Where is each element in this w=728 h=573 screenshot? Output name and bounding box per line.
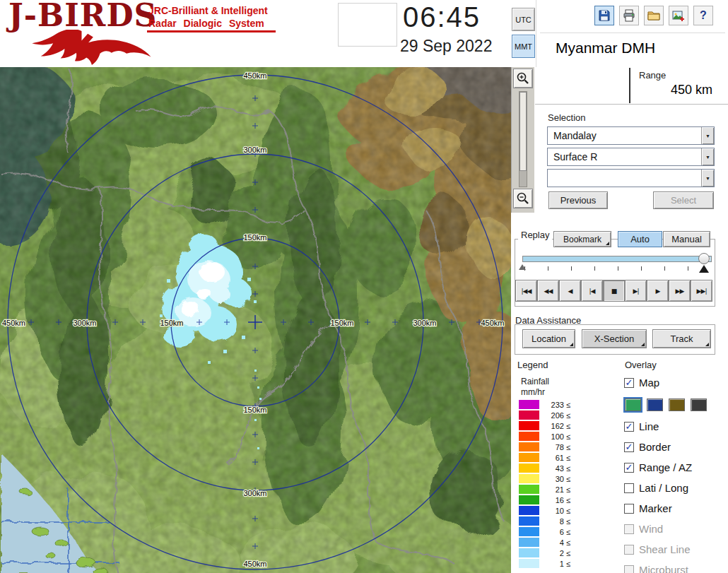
logo-title: J-BIRDS (8, 0, 157, 33)
checkbox[interactable]: ✓ (624, 442, 634, 452)
radar-map-svg: 450km 300km 150km 150km 300km 450km 450k… (0, 67, 511, 573)
legend-value: 21 ≤ (539, 485, 570, 494)
legend-row: 4 ≤ (519, 537, 570, 548)
overlay-item-wind: Wind (624, 519, 728, 539)
submenu-corner-icon (705, 343, 709, 346)
legend-color-swatch (519, 559, 539, 568)
map-style-swatch-0[interactable] (625, 398, 641, 411)
site-dropdown[interactable]: Mandalay ▼ (547, 126, 715, 145)
legend-color-swatch (519, 453, 539, 462)
map-style-swatch-2[interactable] (669, 398, 685, 411)
legend-row: 30 ≤ (519, 473, 570, 484)
legend-value: 6 ≤ (539, 528, 570, 536)
checkbox[interactable]: ✓ (624, 378, 634, 388)
extra-dropdown[interactable]: ▼ (547, 169, 715, 187)
playback-rewind-button[interactable]: ◀◀ (537, 280, 559, 302)
checkbox[interactable] (624, 504, 634, 514)
bookmark-button[interactable]: Bookmark (553, 231, 611, 247)
checkbox (624, 524, 634, 534)
overlay-item-lati-long[interactable]: Lati / Long (624, 478, 728, 498)
overlay-list: ✓Map✓Line✓Border✓Range / AZLati / LongMa… (624, 372, 728, 573)
legend-color-swatch (519, 527, 539, 536)
timeline-handle[interactable] (698, 253, 710, 264)
legend-color-swatch (519, 538, 539, 547)
legend-scale: 233 ≤206 ≤162 ≤100 ≤78 ≤61 ≤43 ≤30 ≤21 ≤… (519, 399, 570, 569)
submenu-corner-icon (641, 343, 645, 346)
replay-timeline-track[interactable] (522, 256, 712, 262)
product-dropdown[interactable]: Surface R ▼ (547, 148, 715, 166)
previous-button[interactable]: Previous (548, 191, 608, 209)
chevron-down-icon[interactable]: ▼ (701, 170, 714, 187)
submenu-corner-icon (606, 242, 609, 245)
playback-first-button[interactable]: |◀◀ (515, 280, 537, 302)
print-button[interactable] (619, 6, 639, 25)
station-title: Myanmar DMH (556, 40, 655, 57)
legend-row: 16 ≤ (519, 495, 570, 505)
checkbox[interactable] (624, 483, 634, 493)
utc-button[interactable]: UTC (512, 8, 535, 31)
zoom-slider-track[interactable] (519, 91, 527, 187)
legend-row: 10 ≤ (519, 505, 570, 516)
legend-color-swatch (519, 432, 539, 441)
mmt-button[interactable]: MMT (512, 35, 535, 58)
help-button[interactable]: ? (693, 6, 713, 25)
ring-label: 300km (243, 146, 266, 154)
zoom-out-button[interactable] (513, 189, 533, 208)
legend-value: 16 ≤ (539, 496, 570, 504)
overlay-item-line[interactable]: ✓Line (624, 416, 728, 437)
overlay-label: Overlay (625, 360, 657, 370)
replay-label: Replay (518, 230, 552, 240)
overlay-item-marker[interactable]: Marker (624, 498, 728, 519)
playback-next-frame-button[interactable]: ▶| (625, 280, 647, 302)
open-button[interactable] (644, 6, 664, 25)
playback-fast-forward-button[interactable]: ▶▶ (669, 280, 691, 302)
legend-row: 162 ≤ (519, 420, 570, 431)
playback-last-button[interactable]: ▶▶| (691, 280, 712, 302)
eagle-icon (6, 30, 158, 65)
legend-value: 162 ≤ (539, 422, 570, 430)
playback-stop-button[interactable]: ■ (603, 280, 625, 302)
playback-prev-frame-button[interactable]: |◀ (581, 280, 603, 302)
overlay-item-map[interactable]: ✓Map (624, 372, 728, 393)
chevron-down-icon[interactable]: ▼ (701, 148, 714, 165)
checkbox[interactable]: ✓ (624, 463, 634, 473)
checkbox[interactable]: ✓ (624, 422, 634, 432)
legend-value: 100 ≤ (539, 432, 570, 441)
capture-icon (671, 8, 686, 23)
legend-value: 206 ≤ (539, 411, 570, 420)
clock-date: 29 Sep 2022 (400, 37, 492, 56)
save-button[interactable] (594, 6, 614, 25)
ring-label: 150km (243, 406, 266, 414)
header-divider-vertical (536, 0, 536, 67)
map-style-swatch-1[interactable] (647, 398, 663, 411)
legend-color-swatch (519, 421, 539, 430)
radar-map[interactable]: 450km 300km 150km 150km 300km 450km 450k… (0, 67, 511, 573)
x-section-button[interactable]: X-Section (582, 329, 647, 348)
zoom-slider-thumb[interactable] (519, 92, 527, 171)
playback-step-back-button[interactable]: ◀ (559, 280, 581, 302)
select-button[interactable]: Select (653, 191, 714, 209)
location-button[interactable]: Location (522, 329, 575, 348)
ring-label: 450km (243, 71, 266, 80)
legend-row: 1 ≤ (519, 558, 570, 569)
zoom-in-button[interactable] (513, 69, 533, 88)
timeline-position-marker (699, 265, 709, 273)
map-style-swatch-3[interactable] (691, 398, 707, 411)
legend-row: 61 ≤ (519, 452, 570, 463)
legend-value: 8 ≤ (539, 517, 570, 526)
capture-button[interactable] (669, 6, 688, 25)
overlay-item-label: Map (639, 377, 659, 389)
legend-color-swatch (519, 506, 539, 515)
auto-button[interactable]: Auto (618, 231, 662, 247)
overlay-item-label: Shear Line (639, 543, 691, 555)
playback-play-button[interactable]: ▶ (647, 280, 669, 302)
manual-button[interactable]: Manual (663, 231, 710, 247)
timeline-ticks (524, 266, 710, 271)
overlay-item-border[interactable]: ✓Border (624, 437, 728, 457)
submenu-corner-icon (570, 343, 573, 346)
legend-unit-line1: Rainfall (521, 377, 549, 386)
overlay-item-range-az[interactable]: ✓Range / AZ (624, 457, 728, 478)
chevron-down-icon[interactable]: ▼ (701, 127, 714, 144)
legend-value: 10 ≤ (539, 507, 570, 515)
track-button[interactable]: Track (652, 329, 711, 348)
